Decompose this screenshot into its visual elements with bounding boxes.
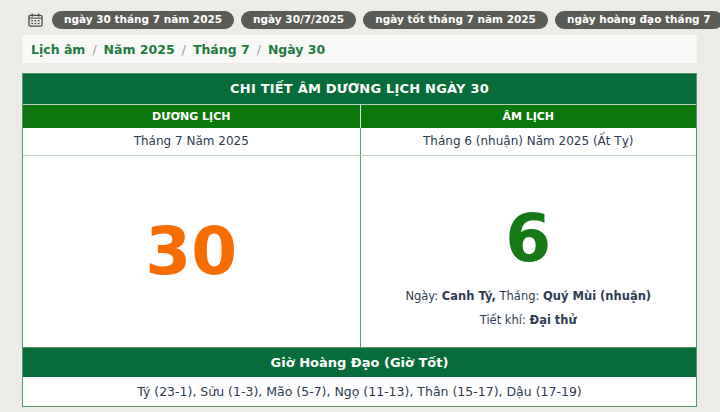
lunar-month-canchi: Quý Mùi (nhuận): [543, 289, 651, 303]
tag-pill-good-days[interactable]: ngày tốt tháng 7 năm 2025: [363, 11, 548, 30]
breadcrumb-item-year[interactable]: Năm 2025: [104, 42, 175, 57]
calendar-detail-table: CHI TIẾT ÂM DƯƠNG LỊCH NGÀY 30 DƯƠNG LỊC…: [22, 73, 697, 407]
auspicious-hours-list: Tý (23-1), Sửu (1-3), Mão (5-7), Ngọ (11…: [23, 377, 696, 406]
breadcrumb-item-lich-am[interactable]: Lịch âm: [31, 42, 85, 57]
lunar-month-label: Tháng 6 (nhuận) Năm 2025 (Ất Tỵ): [360, 128, 697, 155]
breadcrumb-separator: /: [257, 42, 261, 57]
lunar-month-label: Tháng:: [500, 289, 540, 303]
breadcrumb-separator: /: [182, 42, 186, 57]
solar-column-header: DƯƠNG LỊCH: [23, 105, 360, 128]
lunar-day-cell: 6 Ngày: Canh Tý, Tháng: Quý Mùi (nhuận) …: [360, 156, 697, 347]
lunar-day-canchi: Canh Tý,: [442, 289, 496, 303]
lunar-column-header: ÂM LỊCH: [360, 105, 697, 128]
solar-month-label: Tháng 7 Năm 2025: [23, 128, 360, 155]
tag-pill-day-month-year[interactable]: ngày 30 tháng 7 năm 2025: [52, 11, 234, 30]
solar-day-number: 30: [145, 219, 237, 285]
lunar-day-month-info: Ngày: Canh Tý, Tháng: Quý Mùi (nhuận): [405, 289, 651, 303]
tag-pill-short-date[interactable]: ngày 30/7/2025: [241, 11, 356, 30]
tag-pill-zodiac-days[interactable]: ngày hoàng đạo tháng 7: [555, 11, 720, 30]
calendar-icon: [28, 13, 43, 27]
breadcrumb-item-day[interactable]: Ngày 30: [268, 42, 325, 57]
tags-row: ngày 30 tháng 7 năm 2025 ngày 30/7/2025 …: [0, 0, 720, 30]
solar-day-cell: 30: [23, 156, 360, 347]
column-headers-row: DƯƠNG LỊCH ÂM LỊCH: [23, 104, 696, 128]
table-title: CHI TIẾT ÂM DƯƠNG LỊCH NGÀY 30: [23, 74, 696, 104]
breadcrumb-item-month[interactable]: Tháng 7: [193, 42, 250, 57]
auspicious-hours-header: Giờ Hoàng Đạo (Giờ Tốt): [23, 347, 696, 377]
solar-term-value: Đại thử: [530, 313, 577, 327]
breadcrumb-separator: /: [92, 42, 96, 57]
solar-term-info: Tiết khí: Đại thử: [480, 313, 577, 327]
day-number-row: 30 6 Ngày: Canh Tý, Tháng: Quý Mùi (nhuậ…: [23, 156, 696, 347]
solar-term-label: Tiết khí:: [480, 313, 526, 327]
lunar-day-number: 6: [505, 206, 551, 272]
breadcrumb: Lịch âm / Năm 2025 / Tháng 7 / Ngày 30: [22, 35, 697, 63]
lunar-day-label: Ngày:: [405, 289, 438, 303]
month-row: Tháng 7 Năm 2025 Tháng 6 (nhuận) Năm 202…: [23, 128, 696, 156]
